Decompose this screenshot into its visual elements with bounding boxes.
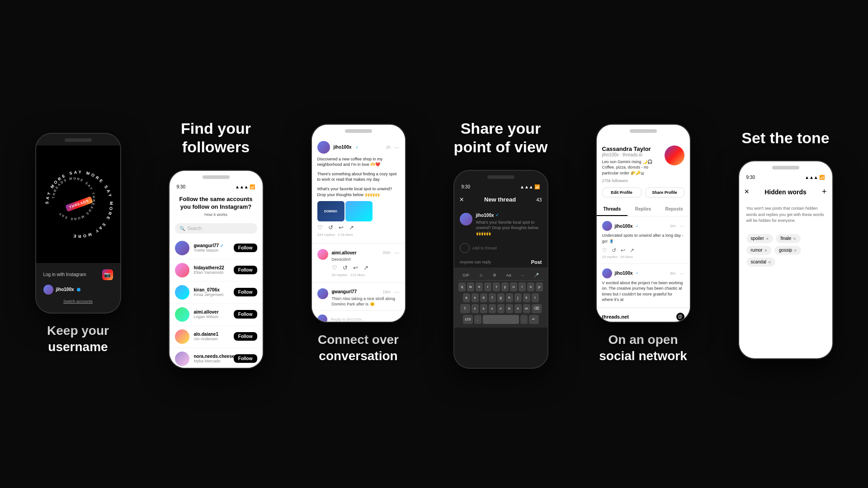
kb-space[interactable] [483, 315, 519, 324]
profile-handle: jiho100x · threads.io [602, 152, 665, 157]
kb-i[interactable]: i [519, 282, 526, 291]
tag-spoiler-remove[interactable]: × [766, 236, 769, 241]
compose-text[interactable]: What's your favorite local spot to unwin… [476, 220, 542, 237]
edit-profile-button[interactable]: Edit Profile [602, 188, 642, 197]
follow-item-6: nora.needs.cheese Myka Mercado Follow [170, 348, 263, 369]
hidden-words-close-button[interactable]: × [745, 187, 750, 197]
post-more-icon[interactable]: ··· [394, 144, 400, 151]
kb-tool-settings[interactable]: ⚙ [493, 273, 496, 277]
profile-post-more-1[interactable]: ··· [680, 223, 684, 229]
kb-n[interactable]: n [514, 304, 522, 313]
close-thread-button[interactable]: × [460, 196, 464, 204]
kb-t[interactable]: t [493, 282, 500, 291]
kb-tool-more[interactable]: ··· [521, 273, 524, 277]
follow-item-4: aimi.allover Logan Wilson Follow [170, 304, 263, 326]
kb-y[interactable]: y [501, 282, 509, 291]
p1-share[interactable]: ↗ [630, 247, 634, 253]
reply-input-row[interactable]: Reply to jiho100x... [312, 310, 405, 322]
keyboard-rows: q w e r t y u i o p a s d [458, 282, 544, 324]
user-info-1: gwangurl77 ✓ Yvette Mason [194, 243, 229, 253]
signal-display: ▲▲▲ 📶 [235, 184, 255, 189]
reply-share-icon[interactable]: ↗ [363, 264, 368, 271]
kb-v[interactable]: v [497, 304, 505, 313]
kb-row-2: a s d f g h j k l [458, 293, 544, 302]
follow-item-2: hidayathere22 Eltan Yamamoto Follow [170, 259, 263, 282]
kb-g[interactable]: g [497, 293, 505, 302]
kb-z[interactable]: z [472, 304, 479, 313]
reply-item-2: gwangurl77 15m ··· This!! Also taking a … [312, 285, 405, 310]
switch-accounts-link[interactable]: Switch accounts [63, 299, 93, 304]
search-bar[interactable]: 🔍 Search [175, 223, 257, 234]
feature-connect-conversation: jiho100x ✓ 2h ··· Discovered a new coffe… [311, 124, 406, 365]
tab-reposts[interactable]: Reposts [659, 203, 690, 216]
add-thread-label[interactable]: Add to thread [472, 246, 497, 250]
reply-comment-icon[interactable]: ↺ [343, 264, 348, 271]
kb-x[interactable]: x [480, 304, 487, 313]
kb-q[interactable]: q [458, 282, 466, 291]
kb-tool-gif[interactable]: GIF [462, 273, 469, 277]
kb-f[interactable]: f [489, 293, 496, 302]
share-profile-button[interactable]: Share Profile [645, 188, 684, 197]
follow-button-3[interactable]: Follow [234, 288, 257, 296]
kb-numbers[interactable]: 123 [463, 315, 473, 324]
share-icon[interactable]: ↗ [349, 224, 354, 231]
p1-repost[interactable]: ↩ [621, 247, 625, 253]
like-icon[interactable]: ♡ [317, 224, 323, 231]
kb-p[interactable]: p [536, 282, 543, 291]
tag-gossip-label: gossip [779, 248, 792, 253]
kb-e[interactable]: e [476, 282, 483, 291]
reply-like-icon[interactable]: ♡ [332, 264, 337, 271]
follow-button-5[interactable]: Follow [234, 332, 257, 341]
kb-b[interactable]: b [506, 304, 513, 313]
kb-u[interactable]: u [510, 282, 517, 291]
profile-post-more-2[interactable]: ··· [680, 271, 684, 276]
tag-scandal-remove[interactable]: × [768, 259, 771, 265]
reply-user-1: aimi.allover [332, 250, 357, 255]
kb-l[interactable]: l [532, 293, 539, 302]
feature-share-point-of-view: Share your point of view 9:30 ▲▲▲ 📶 × Ne… [453, 119, 548, 369]
kb-m[interactable]: m [523, 304, 530, 313]
reply-repost-icon[interactable]: ↩ [353, 264, 358, 271]
comment-icon[interactable]: ↺ [328, 224, 333, 231]
kb-c[interactable]: c [489, 304, 496, 313]
kb-j[interactable]: j [514, 293, 522, 302]
kb-shift[interactable]: ⇧ [460, 304, 470, 313]
kb-comma[interactable]: , [474, 315, 481, 324]
hidden-words-add-button[interactable]: + [822, 187, 827, 197]
kb-w[interactable]: w [467, 282, 474, 291]
follow-button-4[interactable]: Follow [234, 310, 257, 319]
kb-tool-format[interactable]: Aa [506, 273, 511, 277]
tag-gossip-remove[interactable]: × [794, 248, 797, 253]
reply-more-2[interactable]: ··· [394, 288, 400, 296]
p1-like[interactable]: ♡ [602, 247, 607, 253]
tag-rumor-remove[interactable]: × [764, 248, 767, 253]
kb-row-3: ⇧ z x c v b n m ⌫ [458, 304, 544, 313]
follow-button-2[interactable]: Follow [234, 266, 257, 274]
kb-r[interactable]: r [484, 282, 491, 291]
follow-item-3: kiran_0706x Kiraa Jørgensen Follow [170, 282, 263, 304]
kb-tool-mic[interactable]: 🎤 [534, 273, 539, 277]
follow-button-1[interactable]: Follow [234, 244, 257, 252]
kb-period[interactable]: . [520, 315, 528, 324]
kb-a[interactable]: a [463, 293, 470, 302]
kb-tool-emoji[interactable]: ☺ [479, 273, 483, 277]
kb-row-4: 123 , . ↵ [458, 315, 544, 324]
reply-more-1[interactable]: ··· [394, 249, 400, 256]
tag-finale-label: finale [780, 236, 791, 241]
follow-list: gwangurl77 ✓ Yvette Mason Follow hidayat… [170, 237, 263, 369]
p1-comment[interactable]: ↺ [612, 247, 616, 253]
profile-post-text-1: Underrated spots to unwind after a long … [602, 233, 684, 244]
tab-threads[interactable]: Threads [597, 203, 628, 216]
kb-h[interactable]: h [506, 293, 513, 302]
tag-finale-remove[interactable]: × [793, 236, 796, 241]
repost-icon[interactable]: ↩ [339, 224, 344, 231]
kb-return[interactable]: ↵ [529, 315, 539, 324]
kb-d[interactable]: d [480, 293, 487, 302]
kb-k[interactable]: k [523, 293, 530, 302]
tab-replies[interactable]: Replies [627, 203, 659, 216]
post-button[interactable]: Post [531, 259, 542, 265]
kb-s[interactable]: s [472, 293, 479, 302]
follow-button-6[interactable]: Follow [234, 354, 257, 363]
kb-o[interactable]: o [527, 282, 534, 291]
kb-backspace[interactable]: ⌫ [532, 304, 542, 313]
